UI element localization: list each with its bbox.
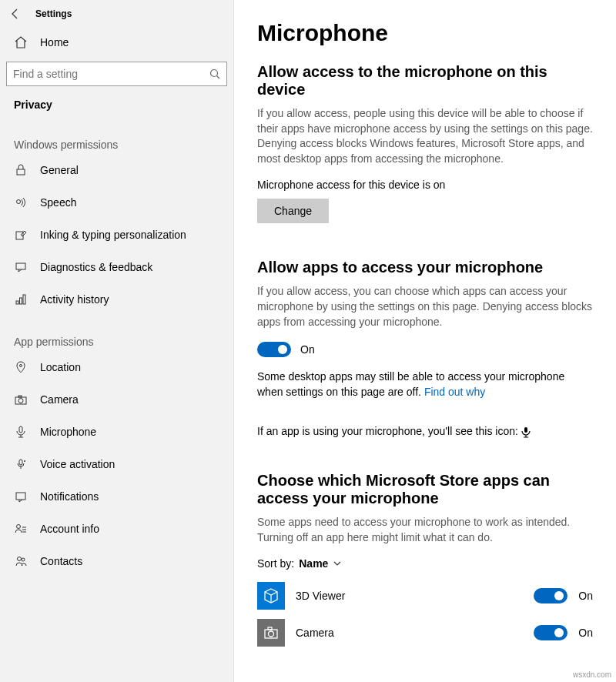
feedback-icon xyxy=(14,260,28,274)
svg-rect-8 xyxy=(23,295,25,304)
nav-home[interactable]: Home xyxy=(0,28,233,57)
sidebar-item-label: Location xyxy=(40,361,81,373)
sidebar-item-label: Account info xyxy=(40,523,99,535)
camera-icon xyxy=(14,393,28,406)
sidebar-item-camera[interactable]: Camera xyxy=(0,383,233,416)
sidebar-item-inking[interactable]: Inking & typing personalization xyxy=(0,219,233,251)
app-toggle-state: On xyxy=(578,627,593,639)
desktop-note: Some desktop apps may still be able to a… xyxy=(257,369,593,400)
sidebar-item-diagnostics[interactable]: Diagnostics & feedback xyxy=(0,251,233,283)
sidebar-item-label: Contacts xyxy=(40,555,82,567)
app-title: Settings xyxy=(35,8,72,19)
device-access-status: Microphone access for this device is on xyxy=(257,179,593,191)
sidebar-item-contacts[interactable]: Contacts xyxy=(0,545,233,577)
lock-icon xyxy=(14,163,28,177)
watermark: wsxdn.com xyxy=(573,670,611,679)
section1-desc: If you allow access, people using this d… xyxy=(257,106,593,166)
svg-point-19 xyxy=(22,558,25,561)
apps-access-state: On xyxy=(300,343,315,356)
sidebar-item-notifications[interactable]: Notifications xyxy=(0,480,233,513)
sidebar-item-microphone[interactable]: Microphone xyxy=(0,416,233,448)
sidebar-item-activity[interactable]: Activity history xyxy=(0,283,233,316)
section3-desc: Some apps need to access your microphone… xyxy=(257,515,593,545)
svg-rect-7 xyxy=(20,298,22,304)
svg-point-18 xyxy=(18,557,22,561)
svg-rect-16 xyxy=(16,493,25,500)
apps-access-toggle[interactable] xyxy=(257,342,291,357)
search-container xyxy=(0,57,233,91)
app-toggle-state: On xyxy=(578,590,593,602)
page-title: Microphone xyxy=(257,20,593,46)
sidebar: Settings Home Privacy Windows permission… xyxy=(0,0,234,682)
account-icon xyxy=(14,522,28,536)
location-icon xyxy=(14,360,28,374)
svg-rect-5 xyxy=(16,263,25,269)
app-icon-3dviewer xyxy=(257,582,285,610)
main-content: Microphone Allow access to the microphon… xyxy=(234,0,616,682)
sidebar-item-speech[interactable]: Speech xyxy=(0,186,233,219)
svg-line-1 xyxy=(217,76,220,79)
svg-rect-23 xyxy=(268,627,272,630)
back-icon[interactable] xyxy=(9,8,22,20)
app-name: 3D Viewer xyxy=(296,590,523,602)
app-row-3dviewer: 3D Viewer On xyxy=(257,577,593,614)
inking-icon xyxy=(14,228,28,242)
sort-control[interactable]: Sort by: Name xyxy=(257,557,593,570)
search-icon xyxy=(209,69,220,79)
sort-value: Name xyxy=(299,557,328,570)
app-icon-camera xyxy=(257,619,285,647)
voice-icon xyxy=(14,457,28,471)
find-out-why-link[interactable]: Find out why xyxy=(424,386,485,398)
svg-rect-6 xyxy=(16,301,18,304)
sidebar-item-label: Speech xyxy=(40,196,76,209)
group-app-label: App permissions xyxy=(0,316,233,351)
sidebar-item-general[interactable]: General xyxy=(0,154,233,186)
search-input[interactable] xyxy=(13,68,209,80)
activity-icon xyxy=(14,293,28,306)
svg-rect-20 xyxy=(524,427,527,433)
sidebar-item-label: General xyxy=(40,164,79,176)
section2-heading: Allow apps to access your microphone xyxy=(257,259,593,276)
svg-point-11 xyxy=(18,399,23,403)
section2-desc: If you allow access, you can choose whic… xyxy=(257,284,593,329)
header-bar: Settings xyxy=(0,0,233,28)
notifications-icon xyxy=(14,490,28,503)
nav-home-label: Home xyxy=(40,36,69,48)
sort-label: Sort by: xyxy=(257,557,294,570)
svg-point-3 xyxy=(17,200,21,204)
sidebar-item-label: Voice activation xyxy=(40,458,115,470)
microphone-icon xyxy=(14,425,28,439)
svg-rect-12 xyxy=(18,396,22,397)
svg-point-9 xyxy=(20,365,22,367)
icon-note: If an app is using your microphone, you'… xyxy=(257,424,593,440)
svg-rect-13 xyxy=(19,426,22,433)
chevron-down-icon xyxy=(333,559,342,568)
category-label: Privacy xyxy=(0,91,233,119)
sidebar-item-voice[interactable]: Voice activation xyxy=(0,448,233,480)
search-input-wrap[interactable] xyxy=(6,62,227,86)
sidebar-item-label: Microphone xyxy=(40,426,96,438)
section1-heading: Allow access to the microphone on this d… xyxy=(257,63,593,99)
sidebar-item-label: Diagnostics & feedback xyxy=(40,261,152,273)
sidebar-item-label: Activity history xyxy=(40,293,109,306)
sidebar-item-location[interactable]: Location xyxy=(0,351,233,383)
app-toggle-camera[interactable] xyxy=(534,625,567,640)
group-windows-label: Windows permissions xyxy=(0,119,233,154)
sidebar-item-label: Inking & typing personalization xyxy=(40,229,186,241)
app-name: Camera xyxy=(296,627,523,639)
app-toggle-3dviewer[interactable] xyxy=(534,588,567,603)
microphone-indicator-icon xyxy=(521,427,531,438)
svg-point-15 xyxy=(24,460,25,462)
home-icon xyxy=(14,35,28,49)
svg-rect-14 xyxy=(19,460,22,465)
speech-icon xyxy=(14,196,28,209)
sidebar-item-account[interactable]: Account info xyxy=(0,513,233,545)
section3-heading: Choose which Microsoft Store apps can ac… xyxy=(257,472,593,507)
sidebar-item-label: Camera xyxy=(40,393,79,406)
contacts-icon xyxy=(14,554,28,568)
svg-point-17 xyxy=(17,525,21,529)
app-row-camera: Camera On xyxy=(257,614,593,651)
svg-rect-2 xyxy=(17,169,25,175)
svg-point-0 xyxy=(211,70,218,77)
change-button[interactable]: Change xyxy=(257,199,329,223)
